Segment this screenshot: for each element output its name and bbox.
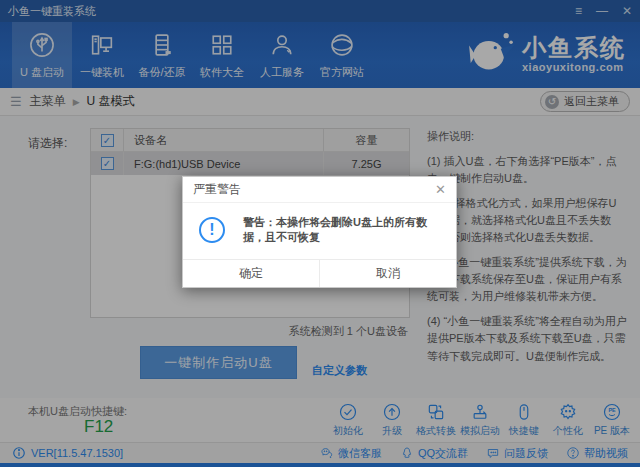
warning-icon: ! <box>199 217 225 243</box>
dialog-title: 严重警告 <box>193 181 241 198</box>
app-window: 小鱼一键重装系统 ≡ — ✕ U 盘启动一键装机备份/还原软件大全人工服务官方网… <box>0 0 640 467</box>
dialog-close-icon[interactable]: ✕ <box>435 182 446 197</box>
dialog-message: 警告：本操作将会删除U盘上的所有数据，且不可恢复 <box>243 215 446 246</box>
warning-dialog: 严重警告 ✕ ! 警告：本操作将会删除U盘上的所有数据，且不可恢复 确定 取消 <box>182 176 457 288</box>
dialog-cancel-button[interactable]: 取消 <box>320 260 456 287</box>
dialog-body: ! 警告：本操作将会删除U盘上的所有数据，且不可恢复 <box>183 203 456 246</box>
dialog-ok-button[interactable]: 确定 <box>183 260 320 287</box>
dialog-titlebar: 严重警告 ✕ <box>183 177 456 203</box>
dialog-footer: 确定 取消 <box>183 259 456 287</box>
